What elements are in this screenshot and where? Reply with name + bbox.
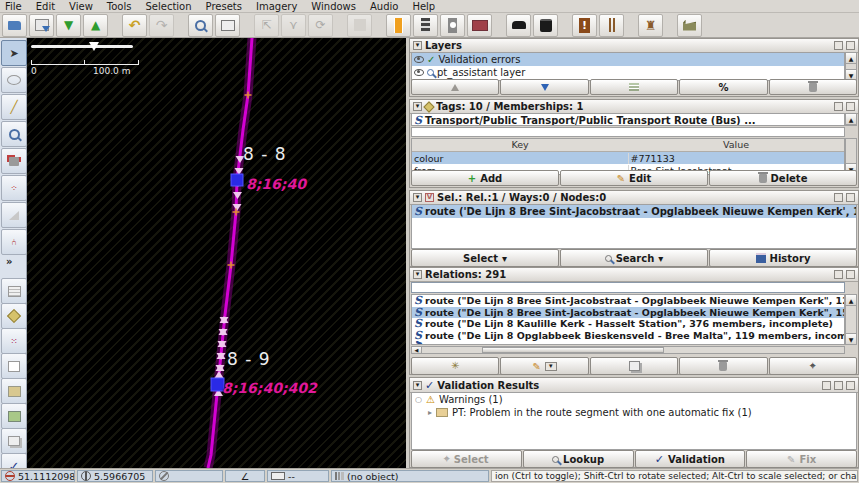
validation-collapse-button[interactable]: ▾	[413, 381, 422, 390]
layers-scrollbar[interactable]: ▲ ▼	[845, 52, 857, 81]
menu-edit[interactable]: Edit	[36, 1, 55, 12]
layer-move-down-button[interactable]	[500, 79, 588, 95]
layer-visibility-icon[interactable]	[414, 69, 424, 76]
scroll-up-icon[interactable]: ▲	[846, 295, 856, 306]
edit-tag-button[interactable]: ✎Edit	[560, 170, 708, 186]
upload-button[interactable]: ▲	[83, 14, 108, 37]
selection-toggle-button[interactable]	[1, 353, 27, 379]
layer-row-pt-assistant[interactable]: pt_assistant layer	[412, 66, 844, 79]
download-button[interactable]: ▼	[56, 14, 81, 37]
layer-delete-button[interactable]	[769, 79, 857, 95]
tree-handle-icon[interactable]: ○	[415, 395, 422, 404]
preset-works-button[interactable]	[677, 14, 702, 37]
save-button[interactable]	[29, 14, 54, 37]
zoom-slider-knob[interactable]	[89, 42, 99, 51]
zoom-slider[interactable]	[31, 42, 133, 52]
relations-collapse-button[interactable]: ▾	[413, 270, 422, 279]
tags-toggle-button[interactable]	[1, 303, 27, 329]
menu-presets[interactable]: Presets	[206, 1, 242, 12]
toolbar-disabled-button-4[interactable]	[347, 14, 372, 37]
toolbar-disabled-button-1[interactable]: ⇱	[254, 14, 279, 37]
selection-sticky-button[interactable]	[834, 193, 843, 202]
relation-row-selected[interactable]: S route ("De Lijn 8 Bree Sint-Jacobstraa…	[412, 307, 844, 319]
improve-way-tool-button[interactable]: ⁘	[1, 175, 27, 201]
more-tools-arrow[interactable]: »	[6, 256, 12, 267]
selected-relation-row[interactable]: S route ('De Lijn 8 Bree Sint-Jacobstraa…	[412, 205, 856, 218]
expander-icon[interactable]: ▸	[428, 408, 432, 417]
preset-building-button[interactable]	[467, 14, 492, 37]
relation-row-partial[interactable]: S	[412, 341, 844, 345]
add-tag-button[interactable]: +Add	[411, 170, 559, 186]
preset-food-button[interactable]	[599, 14, 624, 37]
delete-tool-button[interactable]	[1, 148, 27, 174]
warning-detail-node[interactable]: ▸ PT: Problem in the route segment with …	[412, 406, 856, 419]
tags-empty-field[interactable]	[411, 127, 845, 137]
value-column-header[interactable]: Value	[628, 139, 844, 151]
search-button[interactable]: Search▾	[560, 249, 708, 267]
duplicate-relation-button[interactable]	[590, 357, 678, 375]
validation-select-button[interactable]: ⌖Select	[411, 450, 522, 468]
relations-vscrollbar[interactable]: ▲ ▼	[845, 294, 857, 345]
open-button[interactable]	[2, 14, 27, 37]
delete-tag-button[interactable]: Delete	[709, 170, 857, 186]
validation-run-button[interactable]: ✓Validation	[635, 450, 746, 468]
selection-close-button[interactable]	[846, 193, 855, 202]
layer-merge-button[interactable]	[590, 79, 678, 95]
scroll-up-icon[interactable]: ▲	[846, 53, 856, 64]
relations-close-button[interactable]	[846, 270, 855, 279]
menu-selection[interactable]: Selection	[145, 1, 191, 12]
scroll-down-icon[interactable]: ▼	[846, 333, 856, 344]
preferences-button[interactable]	[215, 14, 240, 37]
scroll-left-icon[interactable]: ◀	[412, 347, 422, 353]
menu-imagery[interactable]: Imagery	[256, 1, 297, 12]
zoom-to-selection-button[interactable]	[188, 14, 213, 37]
edit-relation-button[interactable]: ✎▾	[500, 357, 588, 375]
preset-castle-button[interactable]: ♜	[638, 14, 663, 37]
preset-crossing-button[interactable]	[440, 14, 465, 37]
history-button[interactable]: History	[709, 249, 857, 267]
layer-row-validation-errors[interactable]: ✓ Validation errors	[412, 53, 844, 66]
preset-car-button[interactable]	[506, 14, 531, 37]
relations-toggle-button[interactable]: ⁙	[1, 328, 27, 354]
layer-opacity-button[interactable]: %	[679, 79, 767, 95]
selection-collapse-button[interactable]: ▾	[413, 193, 422, 202]
validation-restore-button[interactable]	[822, 381, 831, 390]
menu-tools[interactable]: Tools	[107, 1, 132, 12]
copy-map-toggle-button[interactable]	[1, 428, 27, 454]
relations-hscrollbar[interactable]: ◀	[411, 346, 845, 354]
preset-scrollbar[interactable]: ▲	[845, 113, 857, 126]
preset-motorway-button[interactable]	[386, 14, 411, 37]
relations-filter-input[interactable]	[411, 282, 845, 293]
menu-file[interactable]: File	[5, 1, 22, 12]
warnings-tree-node[interactable]: ○ ⚠ Warnings (1)	[412, 393, 856, 406]
preset-railway-button[interactable]	[413, 14, 438, 37]
relation-row[interactable]: S route ("De Lijn 8 Bree Sint-Jacobstraa…	[412, 295, 844, 307]
layers-collapse-button[interactable]: ▾	[413, 41, 422, 50]
tags-sticky-button[interactable]	[834, 102, 843, 111]
zoom-tool-button[interactable]	[1, 121, 27, 147]
menu-view[interactable]: View	[69, 1, 93, 12]
imagery-toggle-button[interactable]	[1, 403, 27, 429]
select-relation-button[interactable]: ⌖	[769, 357, 857, 375]
validation-fix-button[interactable]: ✎Fix	[746, 450, 857, 468]
relations-sticky-button[interactable]	[834, 270, 843, 279]
scroll-up-icon[interactable]: ▲	[846, 114, 856, 125]
validation-close-button[interactable]	[846, 381, 855, 390]
select-tool-button[interactable]: ➤	[1, 40, 27, 66]
toolbar-disabled-button-3[interactable]: ⟳	[308, 14, 333, 37]
validation-lookup-button[interactable]: Lookup	[523, 450, 634, 468]
stop-node-1[interactable]	[231, 174, 243, 186]
key-column-header[interactable]: Key	[412, 139, 628, 151]
select-button[interactable]: Select▾	[411, 249, 559, 267]
layers-sticky-button[interactable]	[834, 41, 843, 50]
redo-button[interactable]: ↷	[149, 14, 174, 37]
toolbar-disabled-button-2[interactable]: ⋎	[281, 14, 306, 37]
edit-dropdown-button[interactable]: ▾	[545, 362, 557, 371]
preset-bus-button[interactable]	[533, 14, 558, 37]
undo-button[interactable]: ↶	[122, 14, 147, 37]
relation-row[interactable]: S route ("De Lijn 8 Kaulille Kerk - Hass…	[412, 318, 844, 330]
layer-visibility-icon[interactable]	[414, 56, 424, 63]
extrude-tool-button[interactable]	[1, 202, 27, 228]
map-canvas[interactable]: 8 - 8 8;16;40 8 - 9 8;16;40;402 0 100.0 …	[27, 38, 406, 468]
delete-relation-button[interactable]	[679, 357, 767, 375]
